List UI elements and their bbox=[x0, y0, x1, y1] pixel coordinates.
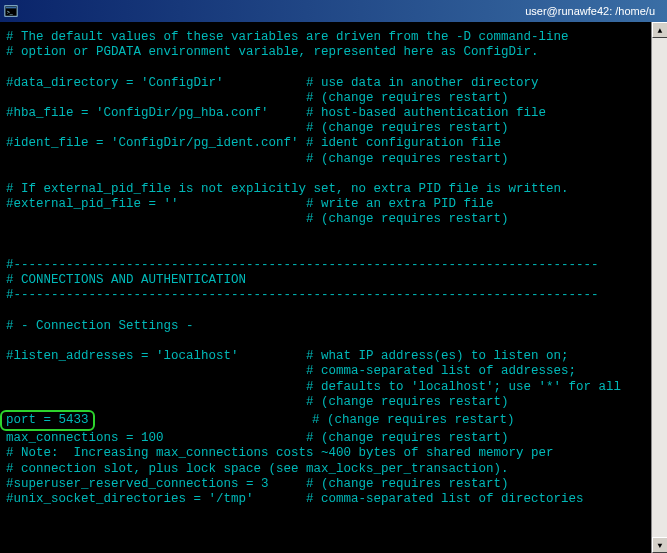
line: # The default values of these variables … bbox=[6, 30, 569, 44]
titlebar-left: >_ bbox=[4, 4, 18, 18]
line: # comma-separated list of addresses; bbox=[6, 364, 576, 378]
line: # (change requires restart) bbox=[95, 413, 515, 427]
scroll-track[interactable] bbox=[652, 38, 667, 537]
scroll-up-button[interactable]: ▲ bbox=[652, 22, 667, 38]
line: # (change requires restart) bbox=[6, 121, 509, 135]
line: # If external_pid_file is not explicitly… bbox=[6, 182, 569, 196]
line: # (change requires restart) bbox=[6, 91, 509, 105]
line: #listen_addresses = 'localhost' # what I… bbox=[6, 349, 569, 363]
terminal-window: >_ user@runawfe42: /home/u # The default… bbox=[0, 0, 667, 553]
titlebar: >_ user@runawfe42: /home/u bbox=[0, 0, 667, 22]
window-title: user@runawfe42: /home/u bbox=[525, 5, 663, 17]
line: # (change requires restart) bbox=[6, 152, 509, 166]
line: #---------------------------------------… bbox=[6, 288, 599, 302]
line: # defaults to 'localhost'; use '*' for a… bbox=[6, 380, 621, 394]
terminal-icon: >_ bbox=[4, 4, 18, 18]
line: # (change requires restart) bbox=[6, 395, 509, 409]
port-setting-highlighted: port = 5433 bbox=[0, 410, 95, 431]
line: # Note: Increasing max_connections costs… bbox=[6, 446, 554, 460]
svg-text:>_: >_ bbox=[7, 9, 13, 15]
line: # connection slot, plus lock space (see … bbox=[6, 462, 509, 476]
line: #---------------------------------------… bbox=[6, 258, 599, 272]
scrollbar[interactable]: ▲ ▼ bbox=[651, 22, 667, 553]
line: #superuser_reserved_connections = 3 # (c… bbox=[6, 477, 509, 491]
line: # (change requires restart) bbox=[6, 212, 509, 226]
line: # - Connection Settings - bbox=[6, 319, 194, 333]
terminal-content[interactable]: # The default values of these variables … bbox=[0, 22, 667, 553]
scroll-down-button[interactable]: ▼ bbox=[652, 537, 667, 553]
line: #external_pid_file = '' # write an extra… bbox=[6, 197, 494, 211]
line: # CONNECTIONS AND AUTHENTICATION bbox=[6, 273, 246, 287]
line: # option or PGDATA environment variable,… bbox=[6, 45, 539, 59]
line: #hba_file = 'ConfigDir/pg_hba.conf' # ho… bbox=[6, 106, 546, 120]
line: #unix_socket_directories = '/tmp' # comm… bbox=[6, 492, 584, 506]
line: max_connections = 100 # (change requires… bbox=[6, 431, 509, 445]
line: #data_directory = 'ConfigDir' # use data… bbox=[6, 76, 539, 90]
line: #ident_file = 'ConfigDir/pg_ident.conf' … bbox=[6, 136, 501, 150]
